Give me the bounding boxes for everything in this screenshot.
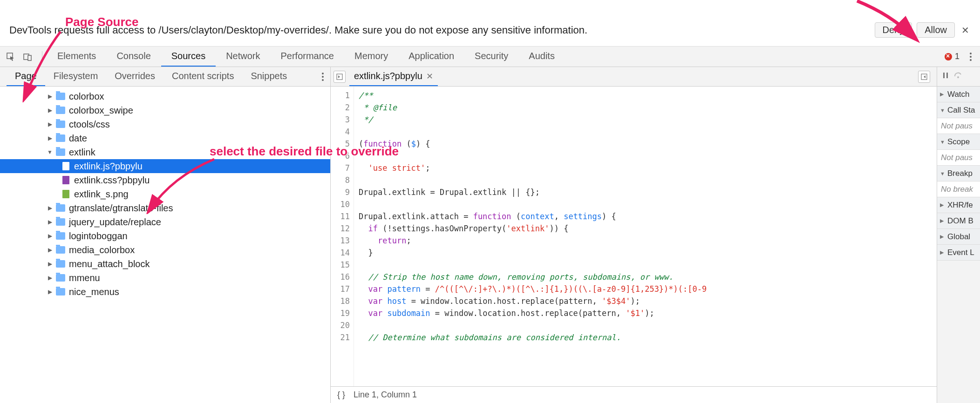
permission-prompt-text: DevTools requests full access to /Users/…	[9, 24, 587, 36]
tab-performance[interactable]: Performance	[271, 47, 345, 67]
workspace: PageFilesystemOverridesContent scriptsSn…	[0, 67, 980, 403]
tab-sources[interactable]: Sources	[161, 47, 216, 67]
navigator-tab-content-scripts[interactable]: Content scripts	[163, 67, 242, 86]
format-icon[interactable]: { }	[337, 390, 345, 400]
editor-tab[interactable]: extlink.js?pbpylu ✕	[349, 67, 438, 86]
tree-item-label: colorbox_swipe	[69, 105, 133, 116]
device-toggle-icon[interactable]	[20, 50, 34, 64]
chevron-right-icon: ▶	[47, 289, 53, 295]
devtools-main-tabs: ElementsConsoleSourcesNetworkPerformance…	[47, 47, 565, 67]
tree-item-label: nice_menus	[69, 287, 119, 297]
close-icon[interactable]: ✕	[960, 25, 971, 36]
navigator-tab-overrides[interactable]: Overrides	[106, 67, 163, 86]
settings-kebab-icon[interactable]	[965, 53, 976, 61]
deny-button[interactable]: Deny	[875, 22, 912, 38]
debug-section-label: Scope	[947, 137, 970, 147]
folder-icon	[56, 134, 65, 142]
folder-icon	[56, 107, 65, 114]
folder-row[interactable]: ▶date	[0, 131, 330, 145]
debug-section-label: Call Sta	[947, 106, 975, 115]
debug-section-label: XHR/fe	[947, 201, 973, 210]
divider	[42, 51, 42, 62]
tree-item-label: extlink.js?pbpylu	[74, 161, 143, 172]
debug-section-eventl[interactable]: ▶Event L	[937, 245, 980, 261]
code-content[interactable]: /** * @file */ (function ($) { 'use stri…	[354, 87, 937, 386]
js-file-icon	[62, 162, 69, 170]
chevron-right-icon: ▶	[47, 275, 53, 281]
chevron-right-icon: ▶	[940, 234, 946, 240]
tree-item-label: gtranslate/gtranslate-files	[69, 203, 173, 214]
debug-section-global[interactable]: ▶Global	[937, 229, 980, 245]
folder-row[interactable]: ▶ctools/css	[0, 117, 330, 131]
chevron-right-icon: ▶	[47, 107, 53, 114]
tab-network[interactable]: Network	[216, 47, 270, 67]
tab-console[interactable]: Console	[106, 47, 161, 67]
folder-row[interactable]: ▶colorbox_swipe	[0, 103, 330, 117]
navigator-toggle-icon[interactable]	[333, 71, 346, 83]
file-tree[interactable]: ▶colorbox▶colorbox_swipe▶ctools/css▶date…	[0, 87, 330, 403]
folder-row[interactable]: ▶logintoboggan	[0, 229, 330, 243]
tab-security[interactable]: Security	[464, 47, 518, 67]
debug-section-label: Breakp	[947, 169, 973, 178]
tab-application[interactable]: Application	[398, 47, 464, 67]
chevron-down-icon: ▼	[940, 171, 946, 176]
chevron-right-icon: ▶	[47, 219, 53, 225]
folder-row[interactable]: ▶media_colorbox	[0, 243, 330, 257]
folder-icon	[56, 121, 65, 128]
chevron-right-icon: ▶	[47, 261, 53, 267]
folder-icon	[56, 93, 65, 100]
folder-row[interactable]: ▼extlink	[0, 145, 330, 159]
allow-button[interactable]: Allow	[917, 22, 955, 38]
folder-row[interactable]: ▶menu_attach_block	[0, 257, 330, 271]
tree-item-label: ctools/css	[69, 119, 110, 130]
chevron-right-icon: ▶	[940, 91, 946, 97]
tree-item-label: extlink.css?pbpylu	[74, 175, 150, 186]
debug-section-callsta[interactable]: ▼Call Sta	[937, 102, 980, 118]
debug-section-domb[interactable]: ▶DOM B	[937, 213, 980, 229]
chevron-right-icon: ▶	[47, 233, 53, 239]
navigator-tab-snippets[interactable]: Snippets	[242, 67, 295, 86]
navigator-tabs: PageFilesystemOverridesContent scriptsSn…	[0, 67, 330, 87]
debug-section-label: Watch	[947, 90, 970, 99]
folder-icon	[56, 260, 65, 268]
error-badge[interactable]: 1	[945, 52, 960, 61]
chevron-down-icon: ▼	[47, 149, 53, 155]
debug-section-label: Global	[947, 232, 970, 242]
folder-row[interactable]: ▶jquery_update/replace	[0, 215, 330, 229]
close-tab-icon[interactable]: ✕	[426, 71, 433, 81]
devtools-toolbar: ElementsConsoleSourcesNetworkPerformance…	[0, 47, 980, 67]
folder-row[interactable]: ▶mmenu	[0, 271, 330, 285]
debug-section-scope[interactable]: ▼Scope	[937, 134, 980, 150]
chevron-down-icon: ▼	[940, 139, 946, 145]
file-row[interactable]: extlink.css?pbpylu	[0, 173, 330, 187]
navigator-tab-page[interactable]: Page	[7, 67, 45, 86]
tab-elements[interactable]: Elements	[47, 47, 106, 67]
folder-row[interactable]: ▶gtranslate/gtranslate-files	[0, 201, 330, 215]
editor-tab-name: extlink.js?pbpylu	[354, 71, 422, 81]
file-row[interactable]: extlink_s.png	[0, 187, 330, 201]
step-over-icon[interactable]	[954, 72, 963, 81]
folder-row[interactable]: ▶colorbox	[0, 89, 330, 103]
tab-memory[interactable]: Memory	[344, 47, 398, 67]
permission-prompt: DevTools requests full access to /Users/…	[0, 0, 980, 47]
code-editor[interactable]: 123456789101112131415161718192021 /** * …	[331, 87, 937, 386]
navigator-tab-filesystem[interactable]: Filesystem	[45, 67, 107, 86]
tree-item-label: menu_attach_block	[69, 259, 150, 269]
editor-tabs: extlink.js?pbpylu ✕	[331, 67, 937, 87]
chevron-right-icon: ▶	[47, 121, 53, 128]
folder-icon	[56, 148, 65, 156]
debug-section-watch[interactable]: ▶Watch	[937, 87, 980, 102]
tab-audits[interactable]: Audits	[518, 47, 565, 67]
file-row[interactable]: extlink.js?pbpylu	[0, 159, 330, 173]
debug-section-xhrfe[interactable]: ▶XHR/fe	[937, 197, 980, 213]
navigator-kebab-icon[interactable]	[317, 73, 328, 81]
svg-rect-2	[28, 55, 31, 60]
debugger-toggle-icon[interactable]	[918, 71, 930, 83]
chevron-right-icon: ▶	[47, 247, 53, 253]
inspect-icon[interactable]	[4, 50, 18, 64]
debugger-panel: ▶Watch▼Call StaNot paus▼ScopeNot paus▼Br…	[937, 67, 980, 403]
folder-row[interactable]: ▶nice_menus	[0, 285, 330, 299]
debug-section-breakp[interactable]: ▼Breakp	[937, 166, 980, 181]
debug-section-status: No break	[937, 181, 980, 197]
pause-icon[interactable]	[942, 72, 949, 81]
